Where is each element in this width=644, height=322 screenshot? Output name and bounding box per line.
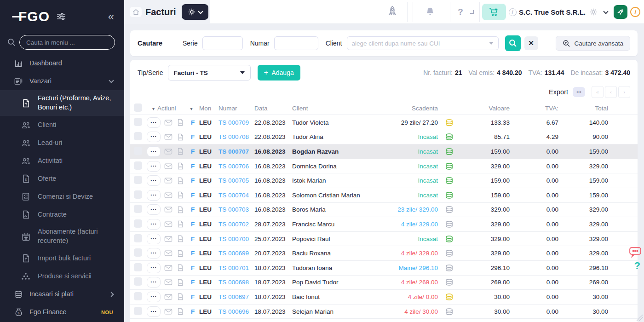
payment-coins-icon[interactable] (439, 177, 459, 184)
row-actions-button[interactable]: ... (147, 234, 161, 244)
payment-coins-icon[interactable] (439, 278, 459, 286)
sidebar-item-oferte[interactable]: $ Oferte (0, 170, 124, 188)
help-icon[interactable]: ? (454, 0, 467, 24)
sidebar-collapse-icon[interactable]: « (108, 11, 114, 22)
invoice-number-link[interactable]: TS 000698 (218, 279, 254, 286)
advanced-search-button[interactable]: Cautare avansata (556, 36, 630, 51)
email-icon[interactable] (162, 177, 174, 184)
pdf-icon[interactable] (174, 250, 186, 257)
column-tva[interactable]: TVA: (513, 105, 562, 112)
email-icon[interactable] (162, 264, 174, 271)
fgo-logo[interactable]: FGO (12, 9, 50, 24)
invoice-number-link[interactable]: TS 000699 (218, 250, 254, 257)
sidebar-item-facturi-proforme-avize-bonuri-etc[interactable]: Facturi (Proforme, Avize, Bonuri etc.) (0, 90, 124, 116)
email-icon[interactable] (162, 293, 174, 300)
select-all-checkbox[interactable] (134, 104, 142, 112)
payment-coins-icon[interactable] (439, 308, 459, 316)
row-checkbox[interactable] (134, 277, 142, 286)
page-next-button[interactable]: › (618, 86, 630, 98)
pdf-icon[interactable] (174, 148, 186, 155)
column-client[interactable]: Client (292, 105, 374, 112)
invoice-number-link[interactable]: TS 000707 (218, 148, 254, 155)
payment-coins-icon[interactable] (439, 162, 459, 170)
row-checkbox[interactable] (134, 234, 142, 242)
sidebar-item-contracte[interactable]: Contracte (0, 206, 124, 224)
column-sort-caret[interactable]: ▾ (186, 105, 199, 112)
adauga-button[interactable]: + Adauga (258, 65, 300, 80)
row-checkbox[interactable] (134, 132, 142, 140)
row-actions-button[interactable]: ... (147, 204, 161, 215)
invoice-number-link[interactable]: TS 000700 (218, 236, 254, 242)
email-icon[interactable] (162, 192, 174, 199)
export-menu-button[interactable]: ... (573, 87, 585, 97)
pdf-icon[interactable] (174, 206, 186, 213)
page-prev-button[interactable]: ‹ (605, 86, 617, 98)
feedback-chat-icon[interactable] (629, 246, 642, 258)
invoice-number-link[interactable]: TS 000703 (218, 206, 254, 213)
sidebar-item-fgo-finance[interactable]: $ Fgo Finance NOU (0, 303, 124, 321)
tip-serie-select[interactable]: Facturi - TS (168, 65, 251, 80)
help-floating-icon[interactable]: ? (634, 260, 640, 272)
numar-input[interactable] (274, 36, 318, 50)
row-checkbox[interactable] (134, 248, 142, 257)
invoice-number-link[interactable]: TS 000697 (218, 293, 254, 300)
row-actions-button[interactable]: ... (147, 292, 161, 302)
column-total[interactable]: Total (562, 105, 612, 112)
row-actions-button[interactable]: ... (147, 277, 161, 288)
email-icon[interactable] (162, 133, 174, 140)
sidebar-item-incasari-si-plati[interactable]: Incasari si plati (0, 285, 124, 303)
pdf-icon[interactable] (174, 177, 186, 184)
client-select[interactable]: alege client dupa nume sau CUI (347, 36, 499, 50)
payment-coins-icon[interactable] (439, 249, 459, 257)
row-checkbox[interactable] (134, 307, 142, 315)
company-gear-icon[interactable] (589, 8, 598, 16)
column-mon[interactable]: Mon (199, 105, 218, 112)
payment-coins-icon[interactable] (439, 235, 459, 243)
invoice-number-link[interactable]: TS 000706 (218, 163, 254, 170)
payment-coins-icon[interactable] (439, 191, 459, 199)
sidebar-item-abonamente-facturi-recurente[interactable]: Abonamente (facturi recurente) (0, 224, 124, 249)
invoice-number-link[interactable]: TS 000701 (218, 264, 254, 271)
pdf-icon[interactable] (174, 162, 186, 170)
row-actions-button[interactable]: ... (147, 263, 161, 273)
row-actions-button[interactable]: ... (147, 190, 161, 201)
payment-coins-icon[interactable] (439, 206, 459, 213)
row-actions-button[interactable]: ... (147, 117, 161, 128)
payment-coins-icon[interactable] (439, 220, 459, 228)
payment-coins-icon[interactable] (439, 133, 459, 141)
sidebar-item-lead-uri[interactable]: Lead-uri (0, 134, 124, 152)
column-actiuni[interactable]: ▾Actiuni (146, 105, 186, 112)
row-checkbox[interactable] (134, 161, 142, 170)
row-actions-button[interactable]: ... (147, 306, 161, 317)
pdf-icon[interactable] (174, 133, 186, 141)
info-icon[interactable]: i (630, 7, 640, 17)
clear-search-button[interactable]: ✕ (524, 36, 538, 50)
pdf-icon[interactable] (174, 220, 186, 228)
sliders-icon[interactable] (56, 12, 66, 21)
payment-coins-icon[interactable] (439, 119, 459, 126)
row-actions-button[interactable]: ... (147, 161, 161, 172)
row-checkbox[interactable] (134, 176, 142, 184)
sidebar-item-comenzi-si-devize[interactable]: Comenzi si Devize (0, 188, 124, 206)
pdf-icon[interactable] (174, 235, 186, 242)
sidebar-item-clienti[interactable]: Clienti (0, 116, 124, 134)
cart-button[interactable] (482, 4, 506, 20)
email-icon[interactable] (162, 279, 174, 286)
sidebar-item-dashboard[interactable]: Dashboard (0, 54, 124, 72)
invoice-number-link[interactable]: TS 000708 (218, 133, 254, 140)
row-actions-button[interactable]: ... (147, 219, 161, 230)
pdf-icon[interactable] (174, 119, 186, 126)
row-checkbox[interactable] (134, 147, 142, 155)
pdf-icon[interactable] (174, 293, 186, 300)
invoice-number-link[interactable]: TS 000696 (218, 308, 254, 315)
row-checkbox[interactable] (134, 292, 142, 300)
bell-icon[interactable] (421, 0, 439, 24)
row-checkbox[interactable] (134, 219, 142, 228)
row-checkbox[interactable] (134, 190, 142, 199)
invoice-number-link[interactable]: TS 000704 (218, 192, 254, 199)
sidebar-item-vanzari[interactable]: Vanzari (0, 72, 124, 90)
pdf-icon[interactable] (174, 264, 186, 271)
menu-search-input[interactable] (19, 35, 115, 50)
payment-coins-icon[interactable] (439, 264, 459, 272)
email-icon[interactable] (162, 308, 174, 315)
